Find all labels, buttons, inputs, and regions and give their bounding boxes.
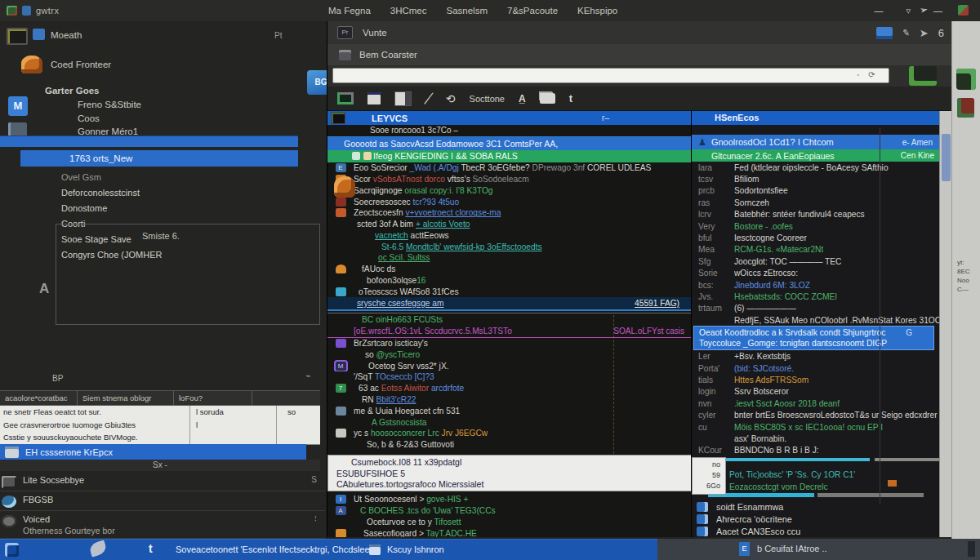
table-selected-row[interactable]: EH cssserone KrEpcx — [0, 444, 306, 460]
address-input[interactable] — [332, 68, 889, 83]
result-item[interactable]: Aacet CAN3Esco ccu — [692, 525, 937, 537]
terminal-icon[interactable] — [7, 28, 28, 45]
property-row[interactable]: KCourBBNDCNo B R B i B J: — [692, 445, 939, 456]
tab-label[interactable]: Bem Coarster — [359, 50, 417, 60]
code-line[interactable]: Oceturvoe ce to y Tifosett — [327, 516, 691, 527]
app-tile-icon[interactable] — [33, 29, 45, 40]
list-item[interactable]: Lite SocsebbyeS — [0, 472, 325, 491]
property-row[interactable]: trtaum(6) —————— — [692, 303, 939, 314]
start-button-icon[interactable] — [5, 543, 19, 557]
monitor-icon[interactable] — [876, 27, 893, 39]
m-app-icon[interactable]: M — [8, 96, 28, 116]
property-row[interactable]: laraFed (ktlclear oipsleccle - BoAcesy S… — [692, 162, 939, 173]
reload-icon[interactable]: ◦ ⟳ — [857, 70, 879, 79]
property-row[interactable]: bcs:Jinebdurd 6M: 3LOZ — [692, 279, 939, 291]
code-line[interactable]: oTeoscscs WAfSo8 31fCes — [327, 286, 691, 297]
extension-icon[interactable] — [909, 66, 937, 86]
document-task-icon[interactable]: E — [739, 542, 750, 556]
document-icon[interactable] — [368, 92, 381, 104]
code-line[interactable]: BC oinHo663 FCUSts — [327, 314, 691, 326]
property-row[interactable]: Ler+Bsv. Kextsbtjs — [692, 350, 939, 362]
launcher-item-moeath[interactable]: Moeath — [51, 30, 82, 40]
code-line[interactable]: vacnetch acttEeows — [327, 230, 691, 242]
code-line[interactable]: me & Uuia Hoegacet cfn 531 — [327, 405, 691, 416]
window-control-icon[interactable]: — — [874, 6, 883, 16]
pencil-icon[interactable]: ✎ — [902, 27, 911, 38]
refresh-icon[interactable]: ⟲ — [446, 92, 456, 105]
capture-icon[interactable] — [337, 92, 354, 104]
code-line[interactable]: EEoo SoSrecior _Wad (.A/Dgj TbecR 3oEGfe… — [327, 162, 691, 174]
property-row[interactable]: lcrvBatebhér: sntéer fundivul4 ceapecs — [692, 209, 939, 220]
figure-icon[interactable]: t — [149, 542, 153, 555]
menu-item[interactable]: 3HCmec — [390, 6, 427, 16]
code-line[interactable]: fAUoc ds — [327, 264, 691, 275]
menu-item[interactable]: KEhspipo — [577, 6, 617, 16]
launcher-submenu-item[interactable]: Ovel Gsm — [61, 170, 306, 185]
property-row[interactable]: Jvs.Hsebatstsds: COCC ZCMEl — [692, 291, 939, 302]
property-row[interactable]: Porta'(bid: SJCotsoré. — [692, 362, 939, 374]
code-line[interactable]: BrZsrtcaro iscticay's — [327, 338, 691, 349]
code-line[interactable]: Soecreesoscec tcr?93 4t5uo — [327, 196, 691, 207]
font-size-icon[interactable]: A̲ — [519, 93, 526, 104]
code-line[interactable]: MOcetog Ssrv vss2* jX. — [327, 360, 691, 371]
list-item[interactable]: FBGSB — [0, 491, 325, 511]
property-row[interactable]: nvn.iesvt Ssct Aoosr 2018 deanf — [692, 398, 939, 409]
editor-selected-row-green[interactable]: Ifeog KENGIEDING I && SOBA RALS — [327, 150, 691, 162]
code-line[interactable]: AC BOCHES .tcs do 'Uwa' TEG3(CCs — [327, 504, 691, 516]
table-header-cell[interactable]: Siem stnema oblogr — [78, 391, 174, 405]
menu-item[interactable]: 7&sPacoute — [507, 6, 558, 16]
code-line[interactable]: A Gstsnocsista — [327, 416, 691, 428]
property-row[interactable]: prcbSodortontsfiee — [692, 185, 939, 197]
sidebar-toggle-icon[interactable] — [394, 91, 412, 106]
taskbar-task-2[interactable]: Kscuy Ishnron — [387, 544, 444, 554]
launcher-submenu-item[interactable]: Deforconolesstcinst — [61, 185, 306, 201]
launcher-item-coed-fronteer[interactable]: Coed Fronteer — [51, 60, 111, 69]
property-row[interactable]: RedfjE, SSAuk Meo nCOloobrl .RvMsnStat K… — [692, 314, 939, 326]
property-row[interactable]: MeaRCM-G1s. «Matecar2Nt — [692, 244, 939, 256]
details-highlight-box[interactable]: Oeaot Koodtrodloc a k Srvdsalk condt Shj… — [693, 326, 934, 350]
taskbar-task-3[interactable]: b Ceuifat IAtroe .. — [757, 544, 827, 553]
property-row[interactable]: SfgJoocglot: TOC ———— TEC — [692, 256, 939, 267]
taskbar-task-1[interactable]: Soveacetoonett 'Escenlot Ifectsecktrgi, … — [176, 544, 370, 554]
property-row[interactable]: loginSsrv Botsceror — [692, 386, 939, 398]
upload-icon[interactable]: t — [569, 92, 572, 104]
code-line[interactable]: Zeoctscoesfn v+vvoetroect clorogse-ma — [327, 207, 691, 219]
code-line[interactable]: IUt Seoonocesenl > gove-HIS + — [327, 493, 691, 504]
editor-header-row[interactable]: LEYVCS r– — [327, 111, 691, 125]
property-row[interactable]: tcsvBfiliom — [692, 173, 939, 184]
green-app-icon[interactable] — [956, 69, 976, 90]
details-header[interactable]: HSenEcos — [692, 111, 939, 125]
table-header-cell[interactable]: loFou? — [174, 391, 252, 405]
menu-item[interactable]: Sasnelsm — [447, 6, 488, 16]
launcher-submenu-item[interactable]: Donostome — [61, 201, 306, 216]
list-item[interactable]: VoicedOtherness Gourteye bor⁝ — [0, 511, 325, 539]
folder-icon[interactable] — [540, 93, 555, 104]
vertical-scrollbar[interactable] — [939, 111, 952, 537]
table-header-cell[interactable]: acaolore*coratbac — [0, 391, 78, 405]
red-app-icon[interactable] — [957, 98, 974, 118]
mushroom-icon[interactable] — [21, 56, 42, 73]
code-line[interactable]: yc s hoosocconcrer Lrc Jrv J6EGCw — [327, 428, 691, 439]
property-row[interactable]: cylerbnter brtEs BroescwsroLedostcoT&s u… — [692, 409, 939, 420]
window-control-icon[interactable]: — — [933, 6, 942, 16]
code-line[interactable]: Scor vSobsATnost dorco vftss's SoSodoele… — [327, 174, 691, 185]
property-row[interactable]: rasSornczeh — [692, 197, 939, 208]
show-desktop-button[interactable] — [968, 541, 975, 557]
code-line[interactable]: 763 ac Eotss Aiwitor arcdrfote — [327, 383, 691, 394]
menu-item[interactable]: Ma Fegna — [328, 6, 371, 16]
table-row[interactable]: ne snetr Fleas oeatct tot sur.l sorudaso — [0, 406, 320, 419]
dolphin-icon[interactable] — [88, 540, 108, 557]
table-row[interactable]: Csstie y souusckuyaouchete BIVMoge. — [0, 431, 320, 444]
editor-subheader[interactable]: Sooe roncooo1 3c7Co – — [327, 125, 691, 137]
result-item[interactable]: Ahrecrca 'oöcritene — [692, 513, 937, 525]
code-line[interactable]: RN Bbit3'cR22 — [327, 394, 691, 406]
table-row[interactable]: Gee crasvnerortroe Iuomoge Gbiu3tesl — [0, 419, 320, 432]
property-row[interactable]: SoriewOiccs zEtrocso: — [692, 268, 939, 279]
app-chip[interactable]: gwtrx — [7, 6, 59, 16]
launcher-item-1[interactable]: Freno S&Stbite — [78, 100, 141, 109]
code-line[interactable]: [oE.wrscfL.OS:1vL Sccducrvc.5.MsL3TSToSO… — [327, 326, 691, 338]
launcher-item-2[interactable]: Coos — [78, 113, 100, 123]
code-line[interactable]: So, b & 6-2&3 Guttovoti — [327, 439, 691, 451]
code-line[interactable]: '/SqT TOcseccb [C]?3 — [327, 371, 691, 383]
window-control-icon[interactable]: ▿ — [906, 6, 911, 16]
